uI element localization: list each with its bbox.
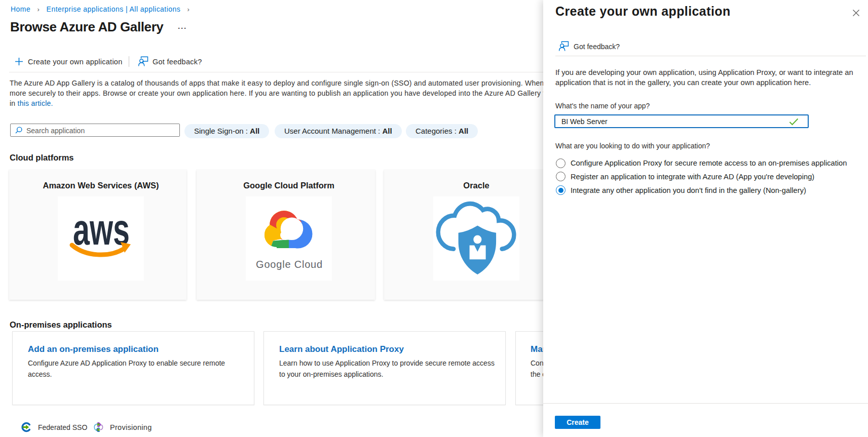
svg-text:Google Cloud: Google Cloud	[256, 259, 323, 270]
svg-text:aws: aws	[73, 204, 130, 254]
